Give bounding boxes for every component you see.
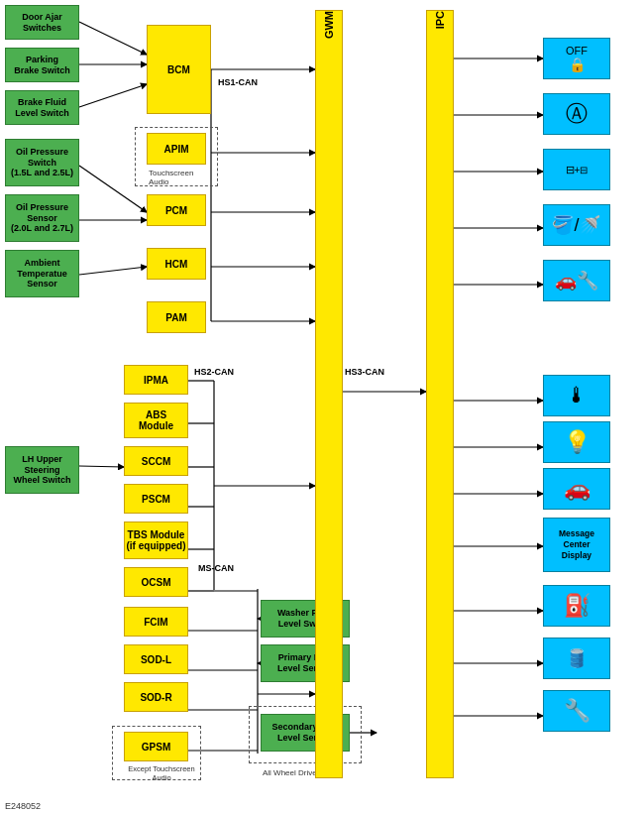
alternator-indicator: Ⓐ bbox=[543, 93, 610, 135]
svg-line-5 bbox=[79, 267, 147, 275]
gpsm-module: GPSM bbox=[124, 732, 188, 761]
ipc-bus: IPC bbox=[426, 10, 454, 778]
all-wheel-drive-label: All Wheel Drive bbox=[263, 768, 317, 777]
sod-r-module: SOD-R bbox=[124, 682, 188, 712]
except-label: Except TouchscreenAudio bbox=[117, 764, 206, 782]
lamp-indicator: 💡 bbox=[543, 421, 610, 463]
ambient-temp-sensor: AmbientTemperatueSensor bbox=[5, 250, 79, 297]
abs-module: ABSModule bbox=[124, 403, 188, 438]
ms-can-label: MS-CAN bbox=[198, 563, 234, 573]
diagram: Door Ajar Switches ParkingBrake Switch B… bbox=[0, 0, 644, 813]
parking-brake-switch: ParkingBrake Switch bbox=[5, 48, 79, 82]
svg-line-20 bbox=[79, 466, 124, 467]
oil-pressure-sensor: Oil PressureSensor(2.0L and 2.7L) bbox=[5, 194, 79, 242]
sod-l-module: SOD-L bbox=[124, 644, 188, 674]
bcm-module: BCM bbox=[147, 25, 211, 114]
hs1-can-label: HS1-CAN bbox=[218, 77, 258, 87]
brake-fluid-switch: Brake FluidLevel Switch bbox=[5, 90, 79, 125]
hcm-module: HCM bbox=[147, 248, 206, 280]
touchscreen-label: TouchscreenAudio bbox=[149, 169, 193, 186]
fuel-indicator: ⛽ bbox=[543, 585, 610, 627]
fcim-module: FCIM bbox=[124, 607, 188, 637]
door-ajar-switch: Door Ajar Switches bbox=[5, 5, 79, 40]
hs3-can-label: HS3-CAN bbox=[345, 367, 384, 377]
gwm-bus: GWM bbox=[315, 10, 343, 778]
svg-line-2 bbox=[79, 84, 147, 107]
temp-indicator: 🌡 bbox=[543, 375, 610, 416]
diagram-id: E248052 bbox=[5, 801, 41, 811]
oil-indicator: 🛢️ bbox=[543, 638, 610, 679]
sccm-module: SCCM bbox=[124, 446, 188, 476]
fluid-indicator: 🪣/🚿 bbox=[543, 204, 610, 246]
svg-line-0 bbox=[79, 22, 147, 55]
tool-indicator: 🔧 bbox=[543, 690, 610, 732]
pscm-module: PSCM bbox=[124, 484, 188, 514]
pam-module: PAM bbox=[147, 301, 206, 333]
battery-indicator: ⊟+⊟ bbox=[543, 149, 610, 190]
tbs-module: TBS Module(if equipped) bbox=[124, 522, 188, 559]
off-lock-indicator: OFF🔒 bbox=[543, 38, 610, 79]
lh-steering-switch: LH UpperSteeringWheel Switch bbox=[5, 446, 79, 494]
oil-pressure-switch: Oil PressureSwitch(1.5L and 2.5L) bbox=[5, 139, 79, 186]
ipma-module: IPMA bbox=[124, 365, 188, 395]
apim-module: APIM bbox=[147, 133, 206, 165]
message-center-display: MessageCenterDisplay bbox=[543, 518, 610, 572]
service-indicator: 🚗🔧 bbox=[543, 260, 610, 301]
door-indicator: 🚗 bbox=[543, 468, 610, 510]
all-wheel-drive-group bbox=[249, 706, 362, 763]
ocsm-module: OCSM bbox=[124, 567, 188, 597]
hs2-can-label: HS2-CAN bbox=[194, 367, 234, 377]
pcm-module: PCM bbox=[147, 194, 206, 226]
